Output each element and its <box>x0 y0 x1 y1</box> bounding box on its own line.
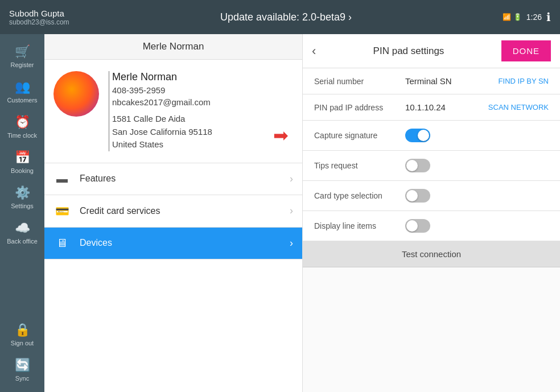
user-info: Subodh Gupta subodh23@iss.com <box>9 9 69 26</box>
customer-phone: 408-395-2959 <box>112 85 212 95</box>
sidebar-item-register-label: Register <box>11 61 34 68</box>
booking-icon: 📅 <box>15 150 30 165</box>
ip-value: 10.1.10.24 <box>405 102 488 112</box>
customer-info: Merle Norman 408-395-2959 nbcakes2017@gm… <box>44 60 302 163</box>
content-left: Merle Norman Merle Norman 408-395-2959 n… <box>44 34 303 392</box>
sidebar-item-backoffice[interactable]: ☁️ Back office <box>0 215 44 250</box>
tips-request-toggle[interactable] <box>405 159 430 172</box>
display-line-items-row: Display line items <box>303 211 560 241</box>
backoffice-icon: ☁️ <box>15 221 30 236</box>
features-label: Features <box>80 174 281 184</box>
capture-signature-thumb <box>418 130 429 141</box>
sidebar-item-settings[interactable]: ⚙️ Settings <box>0 180 44 215</box>
devices-arrow-icon: › <box>290 237 293 249</box>
timeclock-icon: ⏰ <box>15 115 30 130</box>
features-arrow-icon: › <box>290 173 293 185</box>
devices-icon: 🖥 <box>53 237 71 250</box>
card-type-thumb <box>406 190 418 201</box>
sidebar-item-settings-label: Settings <box>11 203 34 209</box>
credit-card-label: Credit card services <box>80 206 281 216</box>
customer-address: 1581 Calle De Aida San Jose California 9… <box>112 113 212 151</box>
creditcard-icon: 💳 <box>53 204 71 218</box>
tips-request-row: Tips request <box>303 151 560 181</box>
pin-pad-title: PIN pad settings <box>373 46 444 57</box>
credit-card-arrow-icon: › <box>290 205 293 217</box>
wifi-icon: 📶 🔋 <box>503 13 521 21</box>
card-type-toggle[interactable] <box>405 189 430 203</box>
content-right: ‹ PIN pad settings DONE Serial number Te… <box>303 34 560 392</box>
serial-number-label: Serial number <box>314 77 405 86</box>
customer-email: nbcakes2017@gmail.com <box>112 97 212 107</box>
tips-request-label: Tips request <box>314 161 405 170</box>
sidebar-item-customers[interactable]: 👥 Customers <box>0 74 44 109</box>
display-line-items-thumb <box>406 220 418 232</box>
features-icon: ▬ <box>53 172 71 185</box>
ip-label: PIN pad IP address <box>314 103 405 112</box>
serial-number-row: Serial number Terminal SN FIND IP BY SN <box>303 68 560 94</box>
test-connection-row[interactable]: Test connection <box>303 241 560 267</box>
info-icon[interactable]: ℹ <box>546 10 551 24</box>
serial-number-value: Terminal SN <box>405 76 499 86</box>
done-button[interactable]: DONE <box>501 40 551 61</box>
ip-address-row: PIN pad IP address 10.1.10.24 SCAN NETWO… <box>303 94 560 121</box>
update-banner[interactable]: Update available: 2.0-beta9 › <box>220 11 352 23</box>
time-display: 1:26 <box>526 13 542 22</box>
register-icon: 🛒 <box>15 44 30 59</box>
avatar <box>53 71 99 117</box>
sidebar-item-sync[interactable]: 🔄 Sync <box>0 352 44 387</box>
sidebar-item-sync-label: Sync <box>15 375 29 382</box>
capture-signature-label: Capture signature <box>314 131 405 140</box>
tips-request-thumb <box>406 160 418 171</box>
scan-network-button[interactable]: SCAN NETWORK <box>488 103 549 112</box>
customer-header: Merle Norman <box>44 34 302 60</box>
top-bar: Subodh Gupta subodh23@iss.com Update ava… <box>0 0 560 34</box>
capture-signature-row: ➡ Capture signature <box>303 121 560 151</box>
address-line1: 1581 Calle De Aida <box>112 113 212 126</box>
capture-signature-toggle[interactable] <box>405 129 430 142</box>
pin-pad-header: ‹ PIN pad settings DONE <box>303 34 560 68</box>
test-connection-label: Test connection <box>402 249 461 259</box>
status-area: 📶 🔋 1:26 ℹ <box>503 10 551 24</box>
sidebar-item-timeclock-label: Time clock <box>7 132 37 139</box>
sidebar-item-signout-label: Sign out <box>11 340 34 346</box>
sidebar-item-booking[interactable]: 📅 Booking <box>0 145 44 180</box>
user-email: subodh23@iss.com <box>9 18 69 26</box>
sidebar-item-booking-label: Booking <box>11 167 34 174</box>
sidebar-item-timeclock[interactable]: ⏰ Time clock <box>0 109 44 145</box>
devices-label: Devices <box>80 238 281 248</box>
back-button[interactable]: ‹ <box>312 44 316 59</box>
red-arrow-annotation: ➡ <box>273 125 289 146</box>
display-line-items-label: Display line items <box>314 221 405 230</box>
user-name: Subodh Gupta <box>9 9 69 18</box>
sidebar-item-register[interactable]: 🛒 Register <box>0 39 44 74</box>
sync-icon: 🔄 <box>15 358 30 373</box>
sidebar-item-backoffice-label: Back office <box>7 238 38 245</box>
pin-settings-content: Serial number Terminal SN FIND IP BY SN … <box>303 68 560 267</box>
card-type-row: Card type selection <box>303 181 560 211</box>
customer-details: Merle Norman 408-395-2959 nbcakes2017@gm… <box>108 71 212 151</box>
customers-icon: 👥 <box>15 80 30 94</box>
customer-name: Merle Norman <box>112 71 212 83</box>
menu-item-devices[interactable]: 🖥 Devices › <box>44 228 302 259</box>
sidebar-item-signout[interactable]: 🔒 Sign out <box>0 317 44 352</box>
menu-item-features[interactable]: ▬ Features › <box>44 163 302 195</box>
signout-icon: 🔒 <box>15 323 30 337</box>
sidebar-item-customers-label: Customers <box>7 97 37 104</box>
settings-icon: ⚙️ <box>15 185 30 200</box>
menu-item-credit-card-services[interactable]: 💳 Credit card services › <box>44 195 302 228</box>
find-ip-button[interactable]: FIND IP BY SN <box>499 77 549 85</box>
main-layout: 🛒 Register 👥 Customers ⏰ Time clock 📅 Bo… <box>0 34 560 392</box>
address-line3: United States <box>112 138 212 151</box>
sidebar: 🛒 Register 👥 Customers ⏰ Time clock 📅 Bo… <box>0 34 44 392</box>
display-line-items-toggle[interactable] <box>405 219 430 233</box>
address-line2: San Jose California 95118 <box>112 126 212 139</box>
card-type-label: Card type selection <box>314 191 405 200</box>
